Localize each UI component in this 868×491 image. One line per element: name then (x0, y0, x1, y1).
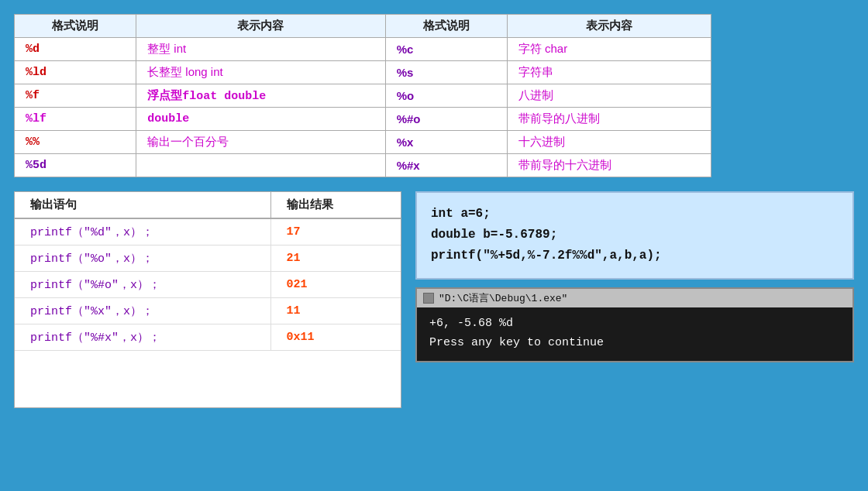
fmt2-row-4: %x (385, 131, 507, 154)
desc1-row-0: 整型 int (136, 38, 385, 61)
col-header-3: 格式说明 (385, 15, 507, 38)
output-result-3: 11 (270, 298, 401, 324)
desc1-row-2: 浮点型float double (136, 84, 385, 108)
fmt1-row-3: %lf (15, 108, 136, 131)
desc2-row-0: 字符 char (507, 38, 711, 61)
fmt2-row-1: %s (385, 61, 507, 84)
desc1-row-3: double (136, 108, 385, 131)
fmt2-row-5: %#x (385, 154, 507, 177)
code-line-1: int a=6; (431, 204, 839, 225)
fmt1-row-1: %ld (15, 61, 136, 84)
fmt2-row-2: %o (385, 84, 507, 108)
desc2-row-3: 带前导的八进制 (507, 108, 711, 131)
format-table: 格式说明 表示内容 格式说明 表示内容 %d整型 int%c字符 char%ld… (14, 14, 711, 177)
desc2-row-5: 带前导的十六进制 (507, 154, 711, 177)
code-box: int a=6; double b=-5.6789; printf("%+5d,… (415, 191, 854, 280)
output-stmt-3: printf（"%x"，x）； (15, 298, 270, 324)
right-panel: int a=6; double b=-5.6789; printf("%+5d,… (415, 191, 854, 362)
output-stmt-4: printf（"%#x"，x）； (15, 324, 270, 351)
terminal-icon (423, 293, 434, 304)
terminal-body: +6, -5.68 %d Press any key to continue (417, 307, 852, 361)
format-table-wrapper: 格式说明 表示内容 格式说明 表示内容 %d整型 int%c字符 char%ld… (14, 14, 854, 177)
output-result-1: 21 (270, 246, 401, 272)
fmt2-row-0: %c (385, 38, 507, 61)
output-table: 输出语句 输出结果 printf（"%d"，x）；17printf（"%o"，x… (15, 192, 401, 351)
desc2-row-4: 十六进制 (507, 131, 711, 154)
terminal-line-1: +6, -5.68 %d (429, 314, 840, 334)
output-table-wrapper: 输出语句 输出结果 printf（"%d"，x）；17printf（"%o"，x… (14, 191, 401, 408)
terminal-line-2: Press any key to continue (429, 333, 840, 353)
col-header-4: 表示内容 (507, 15, 711, 38)
code-line-2: double b=-5.6789; (431, 225, 839, 246)
code-line-3: printf("%+5d,%-7.2f%%d",a,b,a); (431, 246, 839, 266)
output-result-0: 17 (270, 218, 401, 246)
desc1-row-5 (136, 154, 385, 177)
output-col2-header: 输出结果 (270, 192, 401, 218)
fmt1-row-5: %5d (15, 154, 136, 177)
terminal-box: "D:\C语言\Debug\1.exe" +6, -5.68 %d Press … (415, 287, 854, 362)
desc1-row-1: 长整型 long int (136, 61, 385, 84)
output-result-2: 021 (270, 272, 401, 298)
output-result-4: 0x11 (270, 324, 401, 351)
col-header-2: 表示内容 (136, 15, 385, 38)
output-stmt-1: printf（"%o"，x）； (15, 246, 270, 272)
fmt1-row-4: %% (15, 131, 136, 154)
desc1-row-4: 输出一个百分号 (136, 131, 385, 154)
bottom-section: 输出语句 输出结果 printf（"%d"，x）；17printf（"%o"，x… (14, 191, 854, 408)
output-stmt-2: printf（"%#o"，x）； (15, 272, 270, 298)
fmt2-row-3: %#o (385, 108, 507, 131)
col-header-1: 格式说明 (15, 15, 136, 38)
terminal-title: "D:\C语言\Debug\1.exe" (439, 291, 567, 305)
desc2-row-2: 八进制 (507, 84, 711, 108)
output-stmt-0: printf（"%d"，x）； (15, 218, 270, 246)
fmt1-row-2: %f (15, 84, 136, 108)
fmt1-row-0: %d (15, 38, 136, 61)
output-col1-header: 输出语句 (15, 192, 270, 218)
terminal-titlebar: "D:\C语言\Debug\1.exe" (417, 289, 852, 307)
desc2-row-1: 字符串 (507, 61, 711, 84)
